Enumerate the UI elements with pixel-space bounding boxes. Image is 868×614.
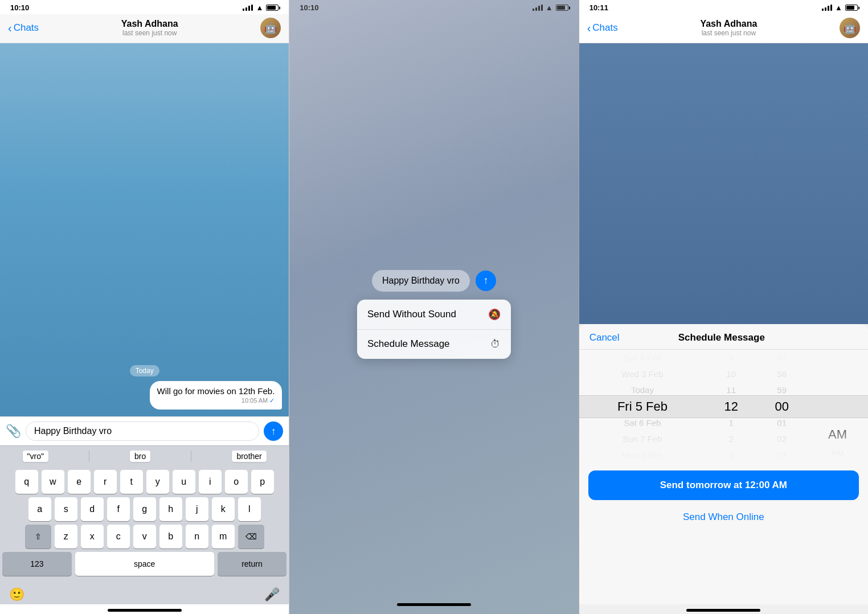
key-j[interactable]: j xyxy=(186,497,208,521)
suggestions-bar: "vro" bro brother xyxy=(0,445,289,466)
key-w[interactable]: w xyxy=(42,470,64,494)
back-button-3[interactable]: ‹ Chats xyxy=(587,22,618,34)
key-z[interactable]: z xyxy=(55,525,77,548)
wifi-icon-2: ▲ xyxy=(546,3,553,12)
key-y[interactable]: y xyxy=(146,470,169,494)
signal-icon xyxy=(243,5,253,11)
picker-am: AM xyxy=(807,425,868,444)
suggestion-bro[interactable]: bro xyxy=(130,451,150,462)
picker-hour-6: 3 xyxy=(706,447,756,464)
signal-icon-2 xyxy=(533,5,543,11)
key-e[interactable]: e xyxy=(68,470,91,494)
date-picker[interactable]: Tue 3 Feb Wed 3 Feb Today Fri 5 Feb Sat … xyxy=(579,350,868,464)
battery-icon-3 xyxy=(845,5,858,11)
nav-center-3: Yash Adhana last seen just now xyxy=(700,19,757,37)
suggestion-brother[interactable]: brother xyxy=(232,451,266,462)
picker-pm: PM xyxy=(807,444,868,463)
key-row-2: a s d f g h j k l xyxy=(2,497,286,521)
send-button-2[interactable]: ↑ xyxy=(476,271,496,291)
battery-icon-2 xyxy=(556,5,568,11)
key-u[interactable]: u xyxy=(173,470,195,494)
timer-icon: ⏱ xyxy=(490,338,501,350)
key-l[interactable]: l xyxy=(238,497,261,521)
picker-min-1: 58 xyxy=(756,366,807,382)
key-d[interactable]: d xyxy=(81,497,104,521)
wifi-icon-3: ▲ xyxy=(835,3,842,12)
back-label-1[interactable]: Chats xyxy=(14,22,39,34)
attach-icon[interactable]: 📎 xyxy=(6,424,21,439)
mic-icon[interactable]: 🎤 xyxy=(264,587,280,602)
key-p[interactable]: p xyxy=(251,470,274,494)
home-indicator-3 xyxy=(686,609,760,612)
nav-center-1: Yash Adhana last seen just now xyxy=(121,19,178,37)
send-online-button[interactable]: Send When Online xyxy=(588,506,859,529)
back-label-3[interactable]: Chats xyxy=(592,22,617,34)
status-time-2: 10:10 xyxy=(300,3,318,12)
key-v[interactable]: v xyxy=(133,525,156,548)
key-g[interactable]: g xyxy=(133,497,156,521)
cancel-button[interactable]: Cancel xyxy=(589,332,620,343)
divider1 xyxy=(89,451,89,462)
key-row-4: 123 space return xyxy=(2,552,286,576)
key-x[interactable]: x xyxy=(81,525,104,548)
divider2 xyxy=(191,451,191,462)
contact-name-3: Yash Adhana xyxy=(700,19,757,29)
send-tomorrow-button[interactable]: Send tomorrow at 12:00 AM xyxy=(588,470,859,500)
chevron-left-icon: ‹ xyxy=(8,22,12,34)
chevron-left-icon-3: ‹ xyxy=(587,22,591,34)
status-icons-1: ▲ xyxy=(243,3,279,12)
key-a[interactable]: a xyxy=(28,497,51,521)
wifi-icon: ▲ xyxy=(256,3,263,12)
key-shift[interactable]: ⇧ xyxy=(25,525,51,548)
status-time-3: 10:11 xyxy=(589,3,608,12)
key-k[interactable]: k xyxy=(212,497,235,521)
key-q[interactable]: q xyxy=(15,470,38,494)
contact-name-1: Yash Adhana xyxy=(121,19,178,29)
context-item-schedule[interactable]: Schedule Message ⏱ xyxy=(357,330,511,359)
avatar-1[interactable]: 🤖 xyxy=(260,18,281,38)
phone3-frame: 10:11 ▲ ‹ Chats Yash Adhana last seen ju… xyxy=(579,0,868,614)
phone1-frame: 10:10 ▲ ‹ Chats Yash Adhana last seen ju… xyxy=(0,0,289,614)
battery-icon xyxy=(266,5,279,11)
key-f[interactable]: f xyxy=(107,497,130,521)
picker-date-5: Sun 7 Feb xyxy=(579,431,706,447)
key-h[interactable]: h xyxy=(159,497,182,521)
avatar-3[interactable]: 🤖 xyxy=(840,18,860,38)
key-backspace[interactable]: ⌫ xyxy=(238,525,264,548)
key-row-3: ⇧ z x c v b n m ⌫ xyxy=(2,525,286,548)
key-c[interactable]: c xyxy=(107,525,130,548)
contact-status-3: last seen just now xyxy=(700,29,757,37)
schedule-sheet: Cancel Schedule Message Tue 3 Feb Wed 3 … xyxy=(579,324,868,605)
home-indicator-2 xyxy=(397,599,471,608)
message-time-1: 10:05 AM ✓ xyxy=(157,397,275,404)
picker-date-6: Mon 8 Feb xyxy=(579,447,706,464)
send-button-1[interactable]: ↑ xyxy=(264,421,283,441)
key-m[interactable]: m xyxy=(212,525,235,548)
key-t[interactable]: t xyxy=(120,470,143,494)
key-r[interactable]: r xyxy=(94,470,117,494)
suggestion-vro[interactable]: "vro" xyxy=(23,451,48,462)
picker-selection-bar xyxy=(579,395,868,418)
key-i[interactable]: i xyxy=(199,470,222,494)
message-text-1: Will go for movies on 12th Feb. xyxy=(157,386,275,396)
key-b[interactable]: b xyxy=(159,525,182,548)
key-o[interactable]: o xyxy=(225,470,248,494)
phone2-bubble: Happy Birthday vro xyxy=(372,270,470,292)
signal-icon-3 xyxy=(822,5,832,11)
back-button-1[interactable]: ‹ Chats xyxy=(8,22,39,34)
key-n[interactable]: n xyxy=(186,525,208,548)
emoji-icon[interactable]: 🙂 xyxy=(9,587,24,602)
picker-hour-1: 10 xyxy=(706,366,756,382)
picker-min-0: 57 xyxy=(756,350,807,366)
send-without-sound-label: Send Without Sound xyxy=(367,309,456,320)
key-123[interactable]: 123 xyxy=(2,552,72,576)
nav-bar-3: ‹ Chats Yash Adhana last seen just now 🤖 xyxy=(579,14,868,43)
input-bar-1: 📎 ↑ xyxy=(0,416,289,445)
key-return[interactable]: return xyxy=(218,552,287,576)
key-s[interactable]: s xyxy=(55,497,77,521)
key-space[interactable]: space xyxy=(75,552,214,576)
status-bar-1: 10:10 ▲ xyxy=(0,0,289,14)
status-icons-3: ▲ xyxy=(822,3,858,12)
message-input-1[interactable] xyxy=(26,421,259,441)
context-item-sound[interactable]: Send Without Sound 🔕 xyxy=(357,300,511,330)
